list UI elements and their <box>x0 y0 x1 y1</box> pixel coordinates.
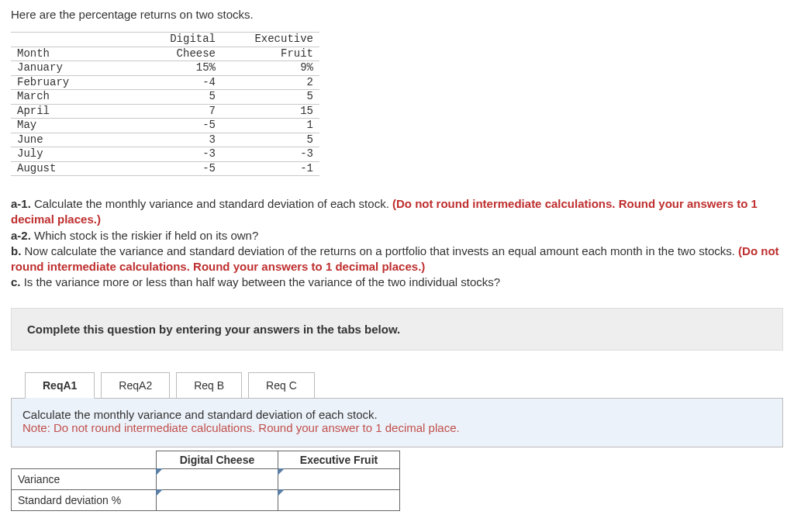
month-cell: March <box>11 90 124 105</box>
month-cell: May <box>11 119 124 133</box>
instruction-box: Complete this question by entering your … <box>11 308 783 351</box>
answer-col1-header: Digital Cheese <box>157 451 278 468</box>
q-c-text: Is the variance more or less than half w… <box>21 275 501 288</box>
table-row: February-42 <box>11 75 319 90</box>
table-row: Standard deviation % <box>12 489 400 510</box>
tab-req-a1[interactable]: ReqA1 <box>25 372 95 399</box>
executive-fruit-cell: 15 <box>222 104 319 119</box>
answer-table: Digital Cheese Executive Fruit Variance … <box>11 451 400 511</box>
executive-fruit-cell: 1 <box>222 119 319 133</box>
executive-fruit-cell: -3 <box>222 147 319 162</box>
stddev-executive-input[interactable] <box>278 489 400 510</box>
table-row: January15%9% <box>11 61 319 76</box>
returns-table: Digital Executive Month Cheese Fruit Jan… <box>11 32 319 176</box>
digital-cheese-cell: -4 <box>124 75 222 90</box>
tab-req-b[interactable]: Req B <box>176 372 242 399</box>
q-a1-label: a-1. <box>11 197 31 210</box>
executive-fruit-cell: -1 <box>222 161 319 176</box>
month-cell: August <box>11 161 124 176</box>
q-b-text: Now calculate the variance and standard … <box>21 244 738 257</box>
panel-instruction-line1: Calculate the monthly variance and stand… <box>22 408 772 421</box>
col1-header-bot: Cheese <box>124 47 222 61</box>
input-notch-icon <box>156 489 163 496</box>
q-a2-text: Which stock is the riskier if held on it… <box>31 229 258 242</box>
question-block: a-1. Calculate the monthly variance and … <box>11 196 783 291</box>
executive-fruit-cell: 2 <box>222 75 319 90</box>
tab-bar: ReqA1 ReqA2 Req B Req C <box>25 372 783 399</box>
panel-instruction-line2: Note: Do not round intermediate calculat… <box>22 421 772 434</box>
digital-cheese-cell: -5 <box>124 161 222 176</box>
executive-fruit-cell: 5 <box>222 133 319 147</box>
table-row: August-5-1 <box>11 161 319 176</box>
month-cell: April <box>11 104 124 119</box>
answer-col2-header: Executive Fruit <box>278 451 400 468</box>
answer-row1-label: Variance <box>12 468 157 489</box>
col2-header-top: Executive <box>222 33 319 47</box>
answer-row2-label: Standard deviation % <box>12 489 157 510</box>
executive-fruit-cell: 5 <box>222 90 319 105</box>
table-row: April715 <box>11 104 319 119</box>
q-a1-text: Calculate the monthly variance and stand… <box>31 197 392 210</box>
col2-header-bot: Fruit <box>222 47 319 61</box>
table-row: Variance <box>12 468 400 489</box>
variance-executive-input[interactable] <box>278 468 400 489</box>
month-cell: July <box>11 147 124 162</box>
q-a2-label: a-2. <box>11 229 31 242</box>
month-cell: February <box>11 75 124 90</box>
digital-cheese-cell: -5 <box>124 119 222 133</box>
digital-cheese-cell: 15% <box>124 61 222 76</box>
variance-digital-input[interactable] <box>157 468 278 489</box>
table-row: June35 <box>11 133 319 147</box>
month-cell: June <box>11 133 124 147</box>
table-row: July-3-3 <box>11 147 319 162</box>
q-c-label: c. <box>11 275 21 288</box>
digital-cheese-cell: 7 <box>124 104 222 119</box>
col1-header-top: Digital <box>124 33 222 47</box>
input-notch-icon <box>278 468 285 475</box>
executive-fruit-cell: 9% <box>222 61 319 76</box>
digital-cheese-cell: 3 <box>124 133 222 147</box>
digital-cheese-cell: 5 <box>124 90 222 105</box>
month-header: Month <box>11 47 124 61</box>
intro-text: Here are the percentage returns on two s… <box>11 8 783 21</box>
input-notch-icon <box>278 489 285 496</box>
tab-panel-a1: Calculate the monthly variance and stand… <box>11 398 783 447</box>
table-row: March55 <box>11 90 319 105</box>
digital-cheese-cell: -3 <box>124 147 222 162</box>
tab-req-c[interactable]: Req C <box>248 372 315 399</box>
input-notch-icon <box>156 468 163 475</box>
table-row: May-51 <box>11 119 319 133</box>
tab-req-a2[interactable]: ReqA2 <box>101 372 170 399</box>
stddev-digital-input[interactable] <box>157 489 278 510</box>
month-cell: January <box>11 61 124 76</box>
q-b-label: b. <box>11 244 21 257</box>
